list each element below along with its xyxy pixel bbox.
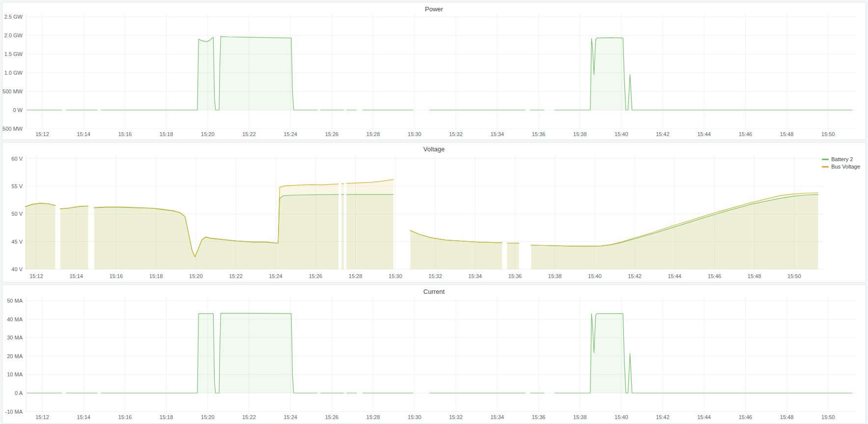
svg-text:15:36: 15:36 — [532, 414, 546, 420]
svg-text:15:18: 15:18 — [160, 131, 173, 137]
svg-text:15:38: 15:38 — [548, 273, 562, 279]
svg-text:15:26: 15:26 — [325, 131, 339, 137]
svg-text:15:12: 15:12 — [35, 414, 49, 420]
svg-text:15:22: 15:22 — [242, 131, 256, 137]
legend-swatch-bus-voltage — [822, 166, 829, 168]
panel-title-current[interactable]: Current — [2, 288, 866, 295]
svg-text:15:14: 15:14 — [77, 131, 90, 137]
svg-text:15:44: 15:44 — [697, 414, 711, 420]
svg-text:0 A: 0 A — [15, 390, 23, 396]
svg-text:15:38: 15:38 — [573, 131, 587, 137]
svg-text:15:18: 15:18 — [160, 414, 173, 420]
voltage-panel: 15:1215:1415:1615:1815:2015:2215:2415:26… — [2, 142, 866, 283]
svg-text:15:28: 15:28 — [366, 131, 380, 137]
svg-text:-500 MW: -500 MW — [2, 126, 23, 132]
svg-text:55 V: 55 V — [11, 183, 23, 189]
svg-text:60 V: 60 V — [11, 156, 23, 162]
svg-text:15:14: 15:14 — [77, 414, 90, 420]
svg-text:15:16: 15:16 — [118, 131, 132, 137]
legend-item-battery-2[interactable]: Battery 2 — [822, 156, 860, 162]
svg-text:500 MW: 500 MW — [2, 88, 23, 94]
legend-label-bus-voltage: Bus Voltage — [831, 164, 860, 170]
svg-text:15:26: 15:26 — [309, 273, 323, 279]
svg-text:1.5 GW: 1.5 GW — [4, 51, 23, 57]
svg-text:50 V: 50 V — [11, 211, 23, 217]
svg-text:15:42: 15:42 — [656, 131, 670, 137]
svg-text:15:20: 15:20 — [201, 414, 215, 420]
svg-text:40 V: 40 V — [11, 266, 23, 272]
panel-title-voltage[interactable]: Voltage — [2, 145, 866, 153]
svg-text:15:46: 15:46 — [739, 414, 753, 420]
svg-text:15:48: 15:48 — [748, 273, 761, 279]
voltage-chart[interactable]: 15:1215:1415:1615:1815:2015:2215:2415:26… — [2, 142, 867, 283]
voltage-legend: Battery 2 Bus Voltage — [821, 156, 861, 170]
svg-text:15:14: 15:14 — [69, 273, 83, 279]
svg-text:2.5 GW: 2.5 GW — [4, 14, 23, 20]
panel-title-power[interactable]: Power — [2, 5, 866, 13]
svg-text:15:30: 15:30 — [408, 414, 421, 420]
svg-text:15:40: 15:40 — [615, 131, 628, 137]
svg-text:30 MA: 30 MA — [7, 335, 23, 340]
svg-text:15:18: 15:18 — [149, 273, 163, 279]
svg-text:15:34: 15:34 — [490, 131, 504, 137]
svg-text:-10 MA: -10 MA — [5, 409, 23, 415]
svg-text:10 MA: 10 MA — [7, 371, 23, 377]
svg-text:15:30: 15:30 — [408, 131, 421, 137]
svg-text:15:16: 15:16 — [118, 414, 132, 420]
svg-text:15:30: 15:30 — [389, 273, 402, 279]
svg-text:15:22: 15:22 — [229, 273, 243, 279]
svg-text:15:44: 15:44 — [697, 131, 711, 137]
current-panel: 15:1215:1415:1615:1815:2015:2215:2415:26… — [2, 284, 866, 424]
svg-text:15:22: 15:22 — [242, 414, 256, 420]
svg-text:15:16: 15:16 — [110, 273, 123, 279]
svg-text:15:26: 15:26 — [325, 414, 339, 420]
svg-text:40 MA: 40 MA — [7, 316, 23, 322]
svg-text:15:48: 15:48 — [780, 131, 794, 137]
svg-text:1.0 GW: 1.0 GW — [4, 70, 23, 76]
svg-text:15:12: 15:12 — [29, 273, 43, 279]
svg-text:50 MA: 50 MA — [7, 298, 23, 304]
svg-text:15:46: 15:46 — [708, 273, 722, 279]
svg-text:15:32: 15:32 — [449, 131, 463, 137]
svg-text:45 V: 45 V — [11, 239, 23, 245]
svg-text:15:40: 15:40 — [615, 414, 628, 420]
svg-text:15:20: 15:20 — [201, 131, 215, 137]
svg-text:15:50: 15:50 — [787, 273, 801, 279]
svg-text:15:44: 15:44 — [668, 273, 681, 279]
svg-text:15:50: 15:50 — [821, 131, 835, 137]
svg-text:15:28: 15:28 — [349, 273, 363, 279]
svg-text:15:28: 15:28 — [366, 414, 380, 420]
svg-text:15:50: 15:50 — [821, 414, 835, 420]
svg-text:15:40: 15:40 — [588, 273, 602, 279]
svg-text:15:36: 15:36 — [508, 273, 522, 279]
svg-text:15:34: 15:34 — [468, 273, 482, 279]
svg-text:15:24: 15:24 — [283, 131, 297, 137]
current-chart[interactable]: 15:1215:1415:1615:1815:2015:2215:2415:26… — [2, 285, 867, 424]
svg-text:15:36: 15:36 — [532, 131, 546, 137]
svg-text:15:42: 15:42 — [628, 273, 642, 279]
svg-text:15:24: 15:24 — [283, 414, 297, 420]
legend-label-battery-2: Battery 2 — [831, 156, 853, 162]
svg-text:2.0 GW: 2.0 GW — [4, 32, 23, 38]
svg-text:15:20: 15:20 — [189, 273, 203, 279]
svg-text:15:34: 15:34 — [490, 414, 504, 420]
svg-text:15:46: 15:46 — [739, 131, 753, 137]
svg-text:15:12: 15:12 — [35, 131, 49, 137]
svg-text:15:32: 15:32 — [449, 414, 463, 420]
svg-text:15:32: 15:32 — [428, 273, 442, 279]
svg-text:15:42: 15:42 — [656, 414, 670, 420]
svg-text:15:38: 15:38 — [573, 414, 587, 420]
svg-text:20 MA: 20 MA — [7, 353, 23, 359]
svg-text:15:24: 15:24 — [269, 273, 282, 279]
power-chart[interactable]: 15:1215:1415:1615:1815:2015:2215:2415:26… — [2, 2, 867, 141]
svg-text:0 W: 0 W — [13, 107, 23, 113]
svg-text:15:48: 15:48 — [780, 414, 794, 420]
power-panel: 15:1215:1415:1615:1815:2015:2215:2415:26… — [2, 2, 866, 140]
legend-swatch-battery-2 — [822, 159, 829, 160]
legend-item-bus-voltage[interactable]: Bus Voltage — [822, 164, 860, 170]
